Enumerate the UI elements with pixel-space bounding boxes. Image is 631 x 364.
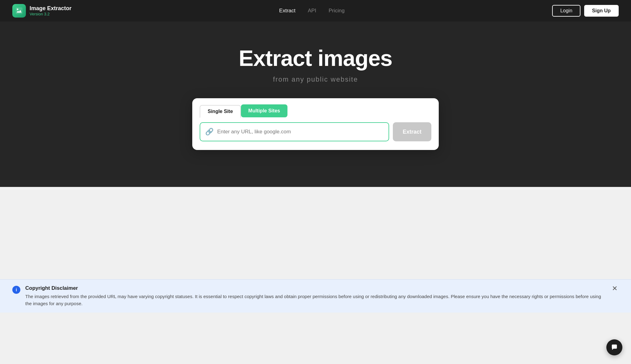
disclaimer-banner: i Copyright Disclaimer The images retrie… <box>0 279 631 313</box>
tab-multiple-sites[interactable]: Multiple Sites <box>241 104 287 117</box>
content-area <box>0 187 631 279</box>
disclaimer-content: Copyright Disclaimer The images retrieve… <box>25 285 606 307</box>
main-card: Single Site Multiple Sites 🔗 Extract <box>192 98 439 150</box>
tab-single-site[interactable]: Single Site <box>200 105 241 118</box>
app-name: Image Extractor <box>30 5 71 12</box>
hero-section: Extract images from any public website S… <box>0 22 631 187</box>
extract-button[interactable]: Extract <box>393 122 431 141</box>
nav-extract[interactable]: Extract <box>279 8 295 14</box>
navbar: Image Extractor Version 3.2 Extract API … <box>0 0 631 22</box>
disclaimer-text: The images retrieved from the provided U… <box>25 293 606 307</box>
nav-pricing[interactable]: Pricing <box>328 8 344 14</box>
card-wrapper: Single Site Multiple Sites 🔗 Extract <box>12 98 619 150</box>
disclaimer-close-button[interactable]: ✕ <box>611 285 619 292</box>
tab-group: Single Site Multiple Sites <box>200 104 431 117</box>
link-icon: 🔗 <box>205 128 214 136</box>
nav-actions: Login Sign Up <box>552 5 619 17</box>
url-input[interactable] <box>217 129 384 135</box>
logo[interactable]: Image Extractor Version 3.2 <box>12 4 71 18</box>
signup-button[interactable]: Sign Up <box>584 5 619 17</box>
url-input-wrapper: 🔗 <box>200 122 389 141</box>
logo-icon <box>12 4 26 18</box>
chat-button[interactable] <box>606 339 622 355</box>
login-button[interactable]: Login <box>552 5 580 17</box>
svg-rect-0 <box>16 7 22 14</box>
disclaimer-icon: i <box>12 286 20 294</box>
input-row: 🔗 Extract <box>200 122 431 141</box>
nav-api[interactable]: API <box>308 8 316 14</box>
nav-links: Extract API Pricing <box>279 8 344 14</box>
hero-subtitle: from any public website <box>12 75 619 83</box>
hero-title: Extract images <box>12 46 619 71</box>
disclaimer-title: Copyright Disclaimer <box>25 285 606 291</box>
app-version: Version 3.2 <box>30 12 71 16</box>
svg-point-1 <box>17 9 18 10</box>
logo-text: Image Extractor Version 3.2 <box>30 5 71 17</box>
